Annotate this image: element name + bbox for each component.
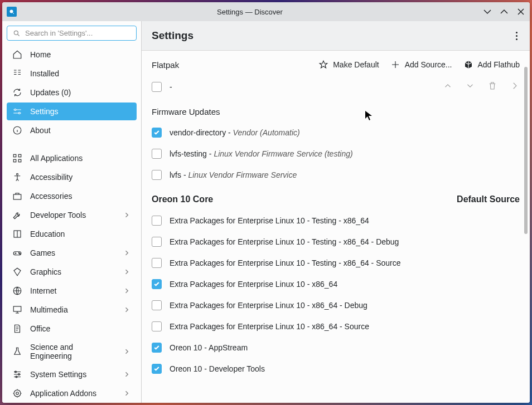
checkbox[interactable] — [152, 170, 162, 180]
nav-internet[interactable]: Internet — [7, 282, 137, 300]
nav-developer-tools[interactable]: Developer Tools — [7, 206, 137, 224]
svg-rect-8 — [18, 159, 21, 162]
nav-settings[interactable]: Settings — [7, 103, 137, 120]
nav-home[interactable]: Home — [7, 46, 137, 64]
nav-accessories[interactable]: Accessories — [7, 187, 137, 205]
flatpak-item[interactable]: - — [142, 75, 530, 98]
checkbox[interactable] — [152, 237, 162, 247]
nav-primary: Home Installed Updates (0) Settings Abou… — [2, 44, 141, 141]
maximize-button[interactable] — [500, 7, 509, 16]
minimize-button[interactable] — [483, 7, 492, 16]
wrench-icon — [12, 210, 22, 220]
section-title: Firmware Updates — [152, 107, 220, 116]
nav-label: Office — [30, 324, 50, 333]
titlebar: Settings — Discover — [2, 2, 530, 21]
window-controls — [483, 7, 525, 16]
nav-label: System Settings — [30, 370, 86, 379]
star-icon — [318, 60, 328, 70]
nav-label: All Applications — [30, 154, 83, 163]
nav-about[interactable]: About — [7, 121, 137, 139]
nav-application-addons[interactable]: Application Addons — [7, 384, 137, 402]
search-field[interactable] — [7, 26, 137, 41]
checkbox[interactable] — [152, 300, 162, 310]
svg-point-3 — [18, 113, 20, 114]
nav-science[interactable]: Science and Engineering — [7, 339, 137, 364]
chevron-right-icon — [123, 306, 131, 314]
nav-label: Education — [30, 230, 65, 238]
svg-point-1 — [14, 31, 18, 35]
nav-label: Graphics — [30, 267, 61, 276]
checkbox[interactable] — [152, 279, 162, 289]
go-button[interactable] — [510, 81, 520, 92]
make-default-button[interactable]: Make Default — [318, 60, 379, 70]
nav-education[interactable]: Education — [7, 225, 137, 243]
sliders-icon — [12, 369, 22, 379]
checkbox[interactable] — [152, 128, 162, 138]
checkbox[interactable] — [152, 82, 162, 92]
svg-point-9 — [17, 173, 18, 175]
grid-icon — [12, 153, 22, 163]
nav-office[interactable]: Office — [7, 320, 137, 338]
repo-row[interactable]: Extra Packages for Enterprise Linux 10 -… — [142, 274, 530, 295]
nav-all-applications[interactable]: All Applications — [7, 149, 137, 167]
firmware-row[interactable]: lvfs - Linux Vendor Firmware Service — [142, 164, 530, 186]
svg-point-20 — [16, 392, 19, 395]
repo-row[interactable]: Extra Packages for Enterprise Linux 10 -… — [142, 295, 530, 316]
chevron-right-icon — [123, 211, 131, 219]
repo-row[interactable]: Oreon 10 - Developer Tools — [142, 358, 530, 379]
firmware-section-header: Firmware Updates — [142, 98, 530, 122]
chevron-right-icon — [123, 370, 131, 378]
nav-system-settings[interactable]: System Settings — [7, 365, 137, 383]
checkbox[interactable] — [152, 321, 162, 331]
window-title: Settings — Discover — [21, 8, 478, 16]
diamond-icon — [12, 267, 22, 277]
move-up-button[interactable] — [443, 81, 453, 92]
updates-icon — [12, 87, 22, 97]
checkbox[interactable] — [152, 258, 162, 268]
nav-graphics[interactable]: Graphics — [7, 263, 137, 281]
nav-label: Application Addons — [30, 389, 96, 398]
nav-label: About — [30, 126, 51, 135]
app-icon — [7, 7, 17, 17]
repo-row[interactable]: Extra Packages for Enterprise Linux 10 -… — [142, 210, 530, 231]
nav-label: Installed — [30, 69, 59, 78]
nav-label: Multimedia — [30, 305, 68, 314]
cube-icon — [463, 60, 473, 70]
nav-multimedia[interactable]: Multimedia — [7, 301, 137, 319]
checkbox[interactable] — [152, 343, 162, 353]
repo-row[interactable]: Oreon 10 - AppStream — [142, 337, 530, 358]
content-header: Settings — [142, 21, 530, 51]
firmware-row[interactable]: vendor-directory - Vendor (Automatic) — [142, 122, 530, 143]
nav-updates[interactable]: Updates (0) — [7, 84, 137, 101]
nav-installed[interactable]: Installed — [7, 65, 137, 82]
nav-accessibility[interactable]: Accessibility — [7, 168, 137, 186]
overflow-menu-button[interactable] — [514, 30, 520, 42]
nav-games[interactable]: Games — [7, 244, 137, 262]
repo-row[interactable]: Extra Packages for Enterprise Linux 10 -… — [142, 316, 530, 337]
svg-rect-16 — [13, 306, 21, 311]
scrollbar-thumb[interactable] — [524, 67, 528, 234]
nav-categories: All Applications Accessibility Accessori… — [2, 148, 141, 403]
firmware-row[interactable]: lvfs-testing - Linux Vendor Firmware Ser… — [142, 143, 530, 164]
move-down-button[interactable] — [465, 81, 475, 92]
document-icon — [12, 324, 22, 334]
add-source-button[interactable]: Add Source... — [390, 60, 452, 70]
close-button[interactable] — [516, 7, 525, 16]
chevron-right-icon — [123, 389, 131, 397]
checkbox[interactable] — [152, 364, 162, 374]
nav-label: Science and Engineering — [30, 343, 115, 360]
monitor-icon — [12, 305, 22, 315]
window-body: Home Installed Updates (0) Settings Abou… — [2, 21, 530, 403]
scrollbar[interactable] — [524, 67, 528, 403]
repo-row[interactable]: Extra Packages for Enterprise Linux 10 -… — [142, 252, 530, 274]
content-scroll[interactable]: Flatpak Make Default Add Source... Add F… — [142, 51, 530, 403]
add-flathub-button[interactable]: Add Flathub — [463, 60, 520, 70]
checkbox[interactable] — [152, 149, 162, 159]
checkbox[interactable] — [152, 216, 162, 226]
search-input[interactable] — [25, 29, 130, 37]
svg-point-14 — [20, 253, 21, 255]
svg-point-0 — [10, 10, 13, 13]
delete-button[interactable] — [487, 81, 497, 92]
repo-row[interactable]: Extra Packages for Enterprise Linux 10 -… — [142, 231, 530, 252]
chevron-right-icon — [123, 268, 131, 276]
